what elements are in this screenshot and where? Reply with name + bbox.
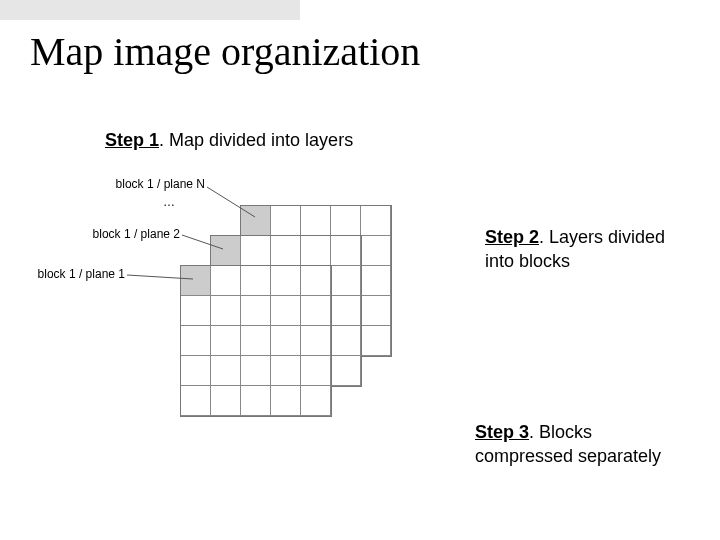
step-1-label: Step 1 (105, 130, 159, 150)
layers-diagram: block 1 / plane N … block 1 / plane 2 bl… (105, 205, 435, 445)
label-plane-n: block 1 / plane N (75, 177, 205, 191)
step-3-label: Step 3 (475, 422, 529, 442)
step-2: Step 2. Layers divided into blocks (485, 225, 695, 274)
slide-title: Map image organization (30, 28, 420, 75)
step-2-label: Step 2 (485, 227, 539, 247)
step-1: Step 1. Map divided into layers (105, 128, 353, 152)
top-band (0, 0, 300, 20)
slide: Map image organization Step 1. Map divid… (0, 0, 720, 540)
svg-line-2 (127, 275, 193, 279)
step-1-text: . Map divided into layers (159, 130, 353, 150)
leader-lines (105, 205, 435, 445)
svg-line-1 (182, 235, 223, 249)
step-3: Step 3. Blocks compressed separately (475, 420, 675, 469)
